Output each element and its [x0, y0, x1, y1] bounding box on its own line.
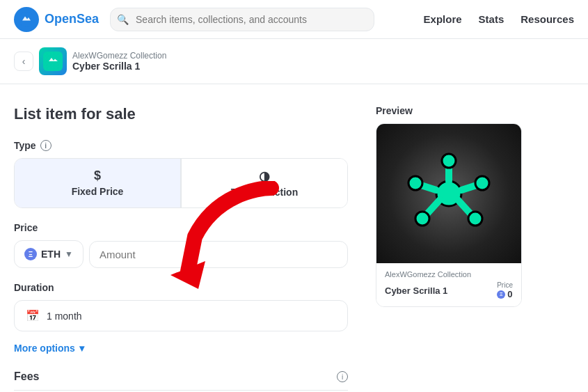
nav-resources[interactable]: Resources	[521, 13, 574, 25]
preview-price-value: Ξ 0	[497, 289, 513, 299]
fixed-price-icon: $	[94, 168, 101, 183]
price-input-row: Ξ ETH ▼	[14, 240, 348, 268]
main-content: List item for sale Type i $ Fixed Price …	[0, 84, 588, 392]
search-bar: 🔍	[110, 8, 374, 31]
eth-icon: Ξ	[24, 248, 37, 260]
preview-price-col: Price Ξ 0	[497, 281, 513, 299]
breadcrumb-text: AlexWGomezz Collection Cyber Scrilla 1	[72, 51, 166, 72]
fixed-price-label: Fixed Price	[72, 186, 124, 197]
duration-button[interactable]: 📅 1 month	[14, 300, 348, 331]
price-label: Price	[14, 222, 348, 233]
search-input[interactable]	[110, 8, 374, 31]
svg-point-8	[468, 212, 482, 226]
preview-price-label: Price	[497, 281, 513, 289]
left-panel: List item for sale Type i $ Fixed Price …	[14, 105, 348, 392]
more-options-button[interactable]: More options ▾	[14, 343, 84, 354]
back-button[interactable]: ‹	[14, 52, 33, 71]
currency-label: ETH	[41, 249, 61, 260]
nav: Explore Stats Resources	[424, 13, 574, 25]
logo-text: OpenSea	[45, 12, 99, 26]
calendar-icon: 📅	[26, 309, 40, 322]
preview-item-name: Cyber Scrilla 1	[385, 285, 447, 296]
more-options-chevron-icon: ▾	[79, 343, 84, 354]
right-panel: Preview	[376, 105, 529, 392]
svg-line-7	[458, 200, 472, 215]
duration-section: Duration 📅 1 month	[14, 282, 348, 331]
type-section-label: Type i	[14, 140, 348, 151]
breadcrumb: ‹ AlexWGomezz Collection Cyber Scrilla 1	[0, 39, 588, 84]
duration-value: 1 month	[47, 311, 82, 322]
preview-label: Preview	[376, 105, 529, 116]
breadcrumb-item: Cyber Scrilla 1	[72, 61, 166, 72]
currency-chevron-icon: ▼	[65, 249, 73, 259]
search-icon: 🔍	[117, 14, 129, 25]
preview-image	[376, 124, 521, 263]
timed-auction-icon: ◑	[259, 168, 270, 184]
type-selector: $ Fixed Price ◑ Timed Auction	[14, 158, 348, 208]
currency-select[interactable]: Ξ ETH ▼	[14, 240, 84, 268]
fees-section: Fees i Service Fee 2.5% Creator Fee 0%	[14, 370, 348, 392]
nav-explore[interactable]: Explore	[424, 13, 462, 25]
fees-info-icon[interactable]: i	[337, 371, 348, 382]
collection-thumbnail	[39, 47, 67, 75]
type-info-icon[interactable]: i	[40, 140, 51, 151]
nav-stats[interactable]: Stats	[479, 13, 504, 25]
timed-auction-option[interactable]: ◑ Timed Auction	[181, 159, 347, 207]
svg-point-12	[475, 176, 489, 190]
timed-auction-label: Timed Auction	[231, 187, 298, 198]
preview-item-row: Cyber Scrilla 1 Price Ξ 0	[385, 281, 513, 299]
fee-divider	[14, 390, 348, 391]
fees-header: Fees i	[14, 370, 348, 383]
nft-artwork	[404, 148, 494, 239]
svg-point-10	[408, 176, 422, 190]
preview-card: AlexWGomezz Collection Cyber Scrilla 1 P…	[376, 123, 522, 307]
svg-line-5	[426, 200, 440, 215]
preview-info: AlexWGomezz Collection Cyber Scrilla 1 P…	[376, 263, 521, 306]
preview-eth-icon: Ξ	[497, 290, 505, 299]
svg-point-6	[415, 212, 429, 226]
price-section: Price Ξ ETH ▼	[14, 222, 348, 268]
page-title: List item for sale	[14, 105, 348, 123]
more-options-label: More options	[14, 343, 75, 354]
breadcrumb-collection: AlexWGomezz Collection	[72, 51, 166, 61]
logo[interactable]: OpenSea	[14, 7, 99, 32]
svg-point-4	[442, 154, 456, 168]
fees-title: Fees	[14, 370, 39, 383]
duration-label: Duration	[14, 282, 348, 293]
preview-collection-name: AlexWGomezz Collection	[385, 270, 513, 279]
fixed-price-option[interactable]: $ Fixed Price	[15, 159, 181, 207]
amount-input[interactable]	[89, 241, 348, 268]
logo-icon	[14, 7, 39, 32]
header: OpenSea 🔍 Explore Stats Resources	[0, 0, 588, 39]
